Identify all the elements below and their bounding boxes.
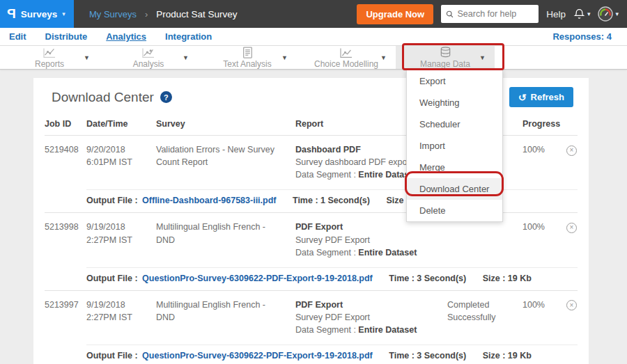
bell-icon [573,8,585,20]
table-row: 5213998 9/19/2018 2:27PM IST Multilingua… [45,212,578,290]
database-icon [439,47,452,58]
header-survey: Survey [156,119,295,129]
job-progress: 100% [522,221,560,258]
search-input[interactable] [457,9,534,19]
job-status: Completed Successfully [447,299,522,336]
job-survey: Multilingual English French - DND [156,221,295,258]
notifications-button[interactable]: ▾ [573,8,591,20]
menu-item-delete[interactable]: Delete [407,200,502,221]
output-file-link[interactable]: QuestionPro-Survey-6309622-PDF-Export-9-… [142,274,373,283]
job-status [447,221,522,258]
chevron-down-icon[interactable]: ▼ [84,54,90,61]
cancel-job-icon[interactable]: × [566,223,577,233]
job-progress: 100% [522,299,560,336]
chevron-down-icon: ▾ [62,10,65,17]
output-file-row: Output File : QuestionPro-Survey-6309622… [86,267,578,290]
toolbar-manage-data[interactable]: Manage Data ▼ [396,46,495,69]
menu-item-merge[interactable]: Merge [407,157,502,178]
upgrade-now-button[interactable]: Upgrade Now [357,4,433,24]
search-icon [446,10,454,19]
help-question-icon[interactable]: ? [160,91,172,103]
job-report: PDF Export Survey PDF Export Data Segmen… [295,299,447,336]
header-progress: Progress [522,119,560,129]
download-center-card: Download Center ? ↺ Refresh Job ID Date/… [33,78,589,364]
refresh-button[interactable]: ↺ Refresh [509,87,573,107]
scatter-chart-icon [141,47,155,58]
help-link[interactable]: Help [546,9,566,19]
account-menu-button[interactable]: ▾ [598,6,619,22]
chevron-down-icon: ▾ [587,10,591,17]
refresh-icon: ↺ [518,93,527,102]
job-date: 9/19/2018 2:27PM IST [86,299,156,336]
toolbar-analysis[interactable]: Analysis ▼ [99,46,198,69]
manage-data-dropdown-menu: Export Weighting Scheduler Import Merge … [406,70,503,222]
header-job-id: Job ID [45,119,86,129]
topbar-actions: Upgrade Now Help ▾ ▾ [357,4,627,24]
menu-item-scheduler[interactable]: Scheduler [407,113,502,135]
menu-item-weighting[interactable]: Weighting [407,92,502,113]
table-row: 5213997 9/19/2018 2:27PM IST Multilingua… [45,290,578,364]
avatar-gauge-icon [598,6,613,22]
text-document-icon [242,47,253,58]
trend-chart-icon [339,47,353,58]
toolbar-choice-modelling[interactable]: Choice Modelling ▼ [297,46,396,69]
job-progress: 100% [522,143,560,181]
analytics-toolbar: Reports ▼ Analysis ▼ Text Analysis ▼ Cho… [0,46,627,70]
job-report: PDF Export Survey PDF Export Data Segmen… [295,221,447,258]
top-bar: P Surveys ▾ My Surveys › Product Sat Sur… [0,0,627,28]
job-survey: Multilingual English French - DND [156,299,295,336]
breadcrumb-current-survey: Product Sat Survey [156,9,237,19]
help-search-box[interactable] [441,5,539,23]
questionpro-logo-icon: P [7,6,16,22]
responses-count: Responses: 4 [552,31,612,42]
menu-item-export[interactable]: Export [407,70,502,92]
chevron-down-icon: ▾ [615,10,619,17]
output-file-link[interactable]: QuestionPro-Survey-6309622-PDF-Export-9-… [142,351,373,361]
surveys-menu-label: Surveys [21,9,58,19]
job-id: 5213997 [45,299,86,336]
chevron-down-icon[interactable]: ▼ [380,54,387,61]
page-title: Download Center [52,90,154,105]
line-chart-icon [42,47,56,58]
jobs-table: Job ID Date/Time Survey Report Progress … [33,113,589,364]
job-date: 9/19/2018 2:27PM IST [86,221,156,258]
tab-distribute[interactable]: Distribute [45,31,88,42]
menu-item-download-center[interactable]: Download Center [407,178,502,200]
header-date-time: Date/Time [86,119,156,129]
output-file-row: Output File : Offline-Dashboard-967583-i… [86,189,578,212]
job-id: 5219408 [45,143,86,181]
output-file-row: Output File : QuestionPro-Survey-6309622… [86,345,578,364]
chevron-down-icon[interactable]: ▼ [183,54,189,61]
survey-nav: Edit Distribute Analytics Integration Re… [0,28,627,46]
job-date: 9/20/2018 6:01PM IST [86,143,156,181]
cancel-job-icon[interactable]: × [566,300,577,310]
breadcrumb-separator-icon: › [145,9,148,19]
content-area: Download Center ? ↺ Refresh Job ID Date/… [0,70,627,364]
app-logo-menu[interactable]: P Surveys ▾ [0,0,74,28]
output-file-link[interactable]: Offline-Dashboard-967583-iii.pdf [142,196,276,205]
job-id: 5213998 [45,221,86,258]
job-survey: Validation Errors - New Survey Count Rep… [156,143,295,181]
breadcrumb-my-surveys[interactable]: My Surveys [89,9,137,19]
chevron-down-icon[interactable]: ▼ [281,54,288,61]
toolbar-reports[interactable]: Reports ▼ [0,46,99,69]
tab-integration[interactable]: Integration [165,31,212,42]
breadcrumb: My Surveys › Product Sat Survey [89,9,238,19]
cancel-job-icon[interactable]: × [566,145,577,156]
chevron-down-icon[interactable]: ▼ [479,54,486,61]
tab-analytics[interactable]: Analytics [106,31,146,42]
menu-item-import[interactable]: Import [407,135,502,157]
toolbar-text-analysis[interactable]: Text Analysis ▼ [198,46,297,69]
tab-edit[interactable]: Edit [9,31,26,42]
